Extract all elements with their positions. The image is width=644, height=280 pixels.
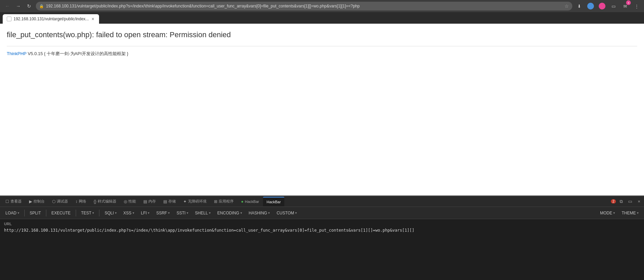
back-button[interactable]: ← (3, 1, 12, 11)
test-label: TEST (81, 211, 92, 215)
console-icon: ▶ (29, 199, 32, 204)
custom-arrow-icon: ▾ (295, 211, 297, 215)
security-icon: 🔒 (39, 4, 44, 8)
downloads-button[interactable]: ⬇ (574, 1, 584, 11)
shell-label: SHELL (195, 211, 208, 215)
devtools-tab-app[interactable]: ⊞ 应用程序 (211, 197, 237, 206)
hackbar-custom-button[interactable]: CUSTOM ▾ (274, 209, 300, 217)
devtools-tab-actions: 2 ⧉ ▭ × (611, 198, 642, 205)
hackbar-content: URL http://192.168.100.131/vulntarget/pu… (0, 219, 644, 280)
hackbar-mode-button[interactable]: MODE ▾ (597, 209, 618, 217)
split-label: SPLIT (30, 211, 41, 215)
debugger-icon: ⬡ (52, 199, 55, 204)
devtools-undock-button[interactable]: ⧉ (618, 198, 624, 205)
hackbar-lfi-button[interactable]: LFI ▾ (138, 209, 152, 217)
address-bar-container: 🔒 ☆ (36, 2, 572, 10)
hackbar-ssrf-button[interactable]: SSRF ▾ (153, 209, 172, 217)
menu-button[interactable]: ⋮ (632, 1, 641, 11)
bookmark-icon[interactable]: ☆ (565, 3, 569, 9)
devtools-tab-inspector[interactable]: ☐ 查看器 (2, 197, 25, 206)
devtools-tab-hackbar-active[interactable]: HackBar (263, 197, 284, 206)
devtools-dock-button[interactable]: ▭ (626, 198, 634, 205)
nav-buttons: ← → ↻ (3, 1, 34, 11)
encoding-label: ENCODING (217, 211, 239, 215)
devtools-tab-accessibility[interactable]: ✦ 无障碍环境 (180, 197, 210, 206)
devtools-tab-memory[interactable]: ▤ 内存 (140, 197, 159, 206)
encoding-arrow-icon: ▾ (240, 211, 242, 215)
style-editor-label: 样式编辑器 (98, 199, 116, 204)
profile-avatar (587, 3, 594, 9)
notification-wrapper: ✉ 4 (620, 1, 630, 11)
hackbar-execute-button[interactable]: EXECUTE (49, 209, 73, 217)
page-content: file_put_contents(wo.php): failed to ope… (0, 24, 644, 195)
hackbar-xss-button[interactable]: XSS ▾ (121, 209, 137, 217)
separator-1 (24, 210, 25, 216)
devtools-close-button[interactable]: × (636, 198, 642, 205)
browser-actions: ⬇ ▭ ✉ 4 ⋮ (574, 1, 641, 11)
devtools-tab-hackbar-inactive[interactable]: ● HackBar (238, 197, 262, 206)
error-message: file_put_contents(wo.php): failed to ope… (7, 30, 637, 46)
tab-title: 192.168.100.131/vulntarget/public/index.… (14, 17, 89, 21)
hackbar-dot-icon: ● (241, 199, 243, 204)
devtools-tab-console[interactable]: ▶ 控制台 (26, 197, 48, 206)
extensions-button[interactable] (586, 1, 595, 11)
browser-chrome: ← → ↻ 🔒 ☆ ⬇ ▭ ✉ 4 ⋮ (0, 0, 644, 12)
mode-arrow-icon: ▾ (613, 211, 615, 215)
hackbar-theme-button[interactable]: THEME ▾ (619, 209, 641, 217)
devtools-tab-storage[interactable]: ▤ 存储 (160, 197, 179, 206)
devtools-tab-debugger[interactable]: ⬡ 调试器 (49, 197, 71, 206)
style-editor-icon: {} (94, 199, 96, 204)
sqli-arrow-icon: ▾ (115, 211, 117, 215)
xss-label: XSS (123, 211, 132, 215)
hackbar-shell-button[interactable]: SHELL ▾ (192, 209, 213, 217)
execute-label: EXECUTE (51, 211, 71, 215)
thinkphp-tagline: V5.0.15 { 十年磨一剑-为API开发设计的高性能框架 } (26, 51, 128, 56)
sidebar-button[interactable]: ▭ (609, 1, 618, 11)
hackbar-ssti-button[interactable]: SSTI ▾ (174, 209, 191, 217)
lfi-label: LFI (141, 211, 147, 215)
hackbar-toolbar: LOAD ▾ SPLIT EXECUTE TEST ▾ SQLI ▾ XSS ▾… (0, 207, 644, 219)
hackbar-url-label: URL (4, 222, 640, 226)
tab-favicon (7, 17, 11, 21)
profile-avatar2 (599, 3, 605, 9)
shell-arrow-icon: ▾ (209, 211, 211, 215)
performance-label: 性能 (128, 199, 136, 204)
test-arrow-icon: ▾ (92, 211, 94, 215)
forward-button[interactable]: → (14, 1, 23, 11)
hackbar-test-button[interactable]: TEST ▾ (78, 209, 97, 217)
devtools-tab-performance[interactable]: ◎ 性能 (120, 197, 139, 206)
hackbar-active-label: HackBar (266, 200, 281, 204)
notification-count: 4 (626, 0, 631, 5)
hackbar-encoding-button[interactable]: ENCODING ▾ (215, 209, 245, 217)
load-arrow-icon: ▾ (18, 211, 19, 215)
ssrf-arrow-icon: ▾ (168, 211, 170, 215)
theme-arrow-icon: ▾ (637, 211, 639, 215)
devtools-tab-style-editor[interactable]: {} 样式编辑器 (90, 197, 120, 206)
profile-button2[interactable] (597, 1, 607, 11)
app-label: 应用程序 (219, 199, 234, 204)
performance-icon: ◎ (124, 199, 127, 204)
hackbar-sqli-button[interactable]: SQLI ▾ (102, 209, 119, 217)
address-bar[interactable] (46, 4, 563, 8)
theme-label: THEME (622, 211, 636, 215)
hashing-label: HASHING (249, 211, 267, 215)
hackbar-url-text[interactable]: http://192.168.100.131/vulntarget/public… (4, 228, 640, 233)
thinkphp-link[interactable]: ThinkPHP (7, 51, 26, 56)
load-label: LOAD (5, 211, 17, 215)
ssti-label: SSTI (176, 211, 186, 215)
hackbar-load-button[interactable]: LOAD ▾ (3, 209, 22, 217)
separator-2 (46, 210, 46, 216)
storage-icon: ▤ (163, 199, 167, 204)
hackbar-split-button[interactable]: SPLIT (27, 209, 44, 217)
devtools-tab-network[interactable]: ↕ 网络 (72, 197, 90, 206)
tab-bar: 192.168.100.131/vulntarget/public/index.… (0, 12, 644, 24)
tab-close-button[interactable]: × (91, 16, 95, 22)
ssti-arrow-icon: ▾ (187, 211, 188, 215)
lfi-arrow-icon: ▾ (148, 211, 149, 215)
active-tab[interactable]: 192.168.100.131/vulntarget/public/index.… (3, 14, 99, 24)
hackbar-hashing-button[interactable]: HASHING ▾ (246, 209, 273, 217)
reload-button[interactable]: ↻ (24, 1, 34, 11)
xss-arrow-icon: ▾ (133, 211, 134, 215)
hackbar-inactive-label: HackBar (245, 200, 259, 204)
thinkphp-info: ThinkPHP V5.0.15 { 十年磨一剑-为API开发设计的高性能框架 … (7, 50, 637, 57)
